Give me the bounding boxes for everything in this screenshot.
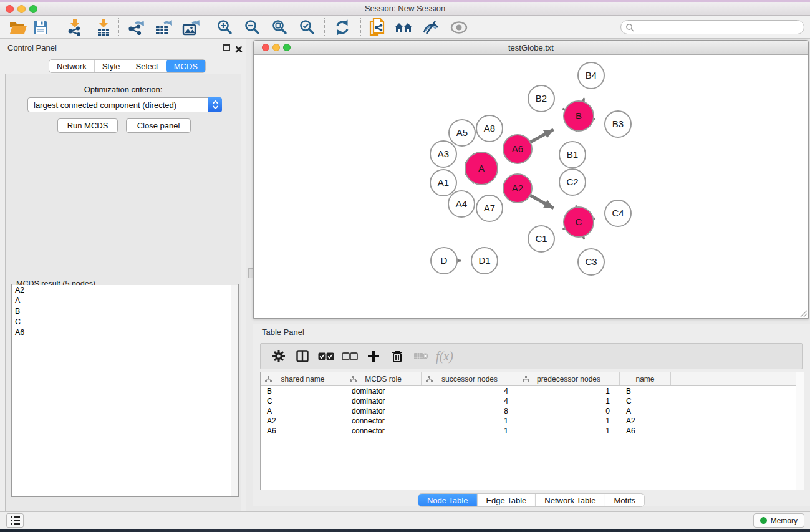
tab-network[interactable]: Network — [49, 60, 95, 72]
node-A3[interactable]: A3 — [430, 141, 456, 167]
show-all-icon[interactable] — [449, 17, 469, 37]
table-row[interactable]: Adominator80A — [261, 406, 796, 416]
table-cell[interactable]: A2 — [261, 416, 345, 426]
memory-button[interactable]: Memory — [753, 513, 804, 528]
node-A1[interactable]: A1 — [430, 170, 456, 196]
export-image-icon[interactable] — [181, 17, 201, 37]
refresh-icon[interactable] — [332, 17, 352, 37]
select-all-checkboxes-icon[interactable] — [314, 346, 338, 367]
task-history-button[interactable] — [6, 513, 24, 528]
node-A8[interactable]: A8 — [476, 115, 503, 142]
table-cell[interactable]: A6 — [620, 426, 671, 436]
mcds-result-item[interactable]: B — [12, 306, 231, 317]
table-cell[interactable]: A — [261, 406, 345, 416]
tab-motifs[interactable]: Motifs — [605, 494, 644, 506]
node-A2[interactable]: A2 — [503, 174, 532, 203]
mcds-result-item[interactable]: A — [12, 296, 231, 306]
node-B4[interactable]: B4 — [578, 62, 604, 89]
zoom-in-icon[interactable] — [215, 17, 235, 37]
table-settings-icon[interactable] — [267, 346, 291, 367]
node-B2[interactable]: B2 — [528, 85, 554, 112]
search-field[interactable] — [620, 20, 804, 34]
node-A6[interactable]: A6 — [503, 135, 532, 163]
mcds-result-item[interactable]: A2 — [12, 285, 231, 296]
column-header-name[interactable]: name — [620, 372, 671, 385]
zoom-fit-icon[interactable] — [270, 17, 290, 37]
show-columns-icon[interactable] — [291, 346, 314, 367]
tab-style[interactable]: Style — [95, 60, 128, 72]
column-header-predecessor-nodes[interactable]: predecessor nodes — [518, 372, 620, 385]
node-C4[interactable]: C4 — [605, 200, 631, 226]
close-panel-button[interactable]: Close panel — [126, 118, 191, 133]
node-A[interactable]: A — [465, 152, 498, 185]
first-neighbors-icon[interactable] — [394, 17, 414, 37]
node-C1[interactable]: C1 — [528, 226, 554, 252]
tab-select[interactable]: Select — [128, 60, 166, 72]
add-column-icon[interactable] — [362, 346, 385, 367]
column-header-successor-nodes[interactable]: successor nodes — [422, 372, 518, 385]
node-D1[interactable]: D1 — [471, 248, 498, 274]
table-cell[interactable]: 4 — [422, 396, 518, 406]
table-scrollbar[interactable] — [796, 372, 804, 490]
column-header-shared-name[interactable]: shared name — [261, 372, 345, 385]
float-panel-icon[interactable] — [223, 44, 231, 52]
tab-edge-table[interactable]: Edge Table — [477, 494, 536, 506]
table-cell[interactable]: C — [620, 396, 671, 406]
table-cell[interactable]: 1 — [518, 386, 620, 396]
tab-mcds[interactable]: MCDS — [166, 60, 205, 72]
table-cell[interactable]: dominator — [345, 406, 422, 416]
table-cell[interactable]: 8 — [422, 406, 518, 416]
zoom-out-icon[interactable] — [243, 17, 263, 37]
table-cell[interactable]: dominator — [345, 386, 422, 396]
zoom-selected-icon[interactable] — [297, 17, 317, 37]
table-cell[interactable]: 1 — [518, 396, 620, 406]
node-C3[interactable]: C3 — [578, 249, 604, 275]
clone-network-icon[interactable] — [367, 17, 387, 37]
network-canvas[interactable]: AA1A2A3A4A5A6A7A8BB1B2B3B4CC1C2C3C4DD1 — [254, 55, 808, 318]
table-cell[interactable]: connector — [345, 416, 422, 426]
optimization-criterion-select[interactable]: largest connected component (directed) — [27, 97, 222, 112]
splitter-grip[interactable] — [248, 268, 253, 278]
export-table-icon[interactable] — [153, 17, 173, 37]
table-row[interactable]: A2connector11A2 — [261, 416, 796, 426]
tab-network-table[interactable]: Network Table — [536, 494, 605, 506]
table-cell[interactable]: 1 — [518, 426, 620, 436]
node-A5[interactable]: A5 — [449, 120, 475, 146]
node-A4[interactable]: A4 — [448, 191, 475, 217]
node-C2[interactable]: C2 — [559, 169, 586, 195]
table-cell[interactable]: B — [261, 386, 345, 396]
node-B3[interactable]: B3 — [605, 111, 631, 137]
table-row[interactable]: A6connector11A6 — [261, 426, 796, 436]
resize-grip-icon[interactable] — [799, 309, 808, 317]
table-cell[interactable]: 4 — [422, 386, 518, 396]
import-network-icon[interactable] — [65, 17, 85, 37]
network-window-titlebar[interactable]: testGlobe.txt — [254, 41, 808, 55]
close-panel-icon[interactable] — [235, 44, 243, 52]
table-row[interactable]: Bdominator41B — [261, 386, 796, 396]
table-cell[interactable]: connector — [345, 426, 422, 436]
node-A7[interactable]: A7 — [476, 195, 503, 221]
tab-node-table[interactable]: Node Table — [418, 494, 478, 506]
mcds-result-item[interactable]: C — [12, 317, 231, 327]
deselect-all-checkboxes-icon[interactable] — [338, 346, 362, 367]
node-B1[interactable]: B1 — [559, 142, 586, 168]
export-network-icon[interactable] — [126, 17, 146, 37]
node-C[interactable]: C — [564, 207, 594, 237]
hide-selected-icon[interactable] — [421, 17, 441, 37]
node-B[interactable]: B — [564, 101, 594, 131]
table-cell[interactable]: A2 — [620, 416, 671, 426]
table-cell[interactable]: dominator — [345, 396, 422, 406]
table-cell[interactable]: 1 — [422, 416, 518, 426]
search-input[interactable] — [634, 23, 804, 32]
open-file-icon[interactable] — [8, 17, 28, 37]
mcds-result-item[interactable]: A6 — [12, 327, 231, 338]
column-header-MCDS-role[interactable]: MCDS role — [345, 372, 422, 385]
table-cell[interactable]: 1 — [518, 416, 620, 426]
mcds-result-list[interactable]: A2ABCA6 — [12, 285, 231, 496]
table-cell[interactable]: A — [620, 406, 671, 416]
table-cell[interactable]: 0 — [518, 406, 620, 416]
table-row[interactable]: Cdominator41C — [261, 396, 796, 406]
save-session-icon[interactable] — [31, 17, 51, 37]
table-cell[interactable]: A6 — [261, 426, 345, 436]
run-mcds-button[interactable]: Run MCDS — [57, 118, 118, 133]
